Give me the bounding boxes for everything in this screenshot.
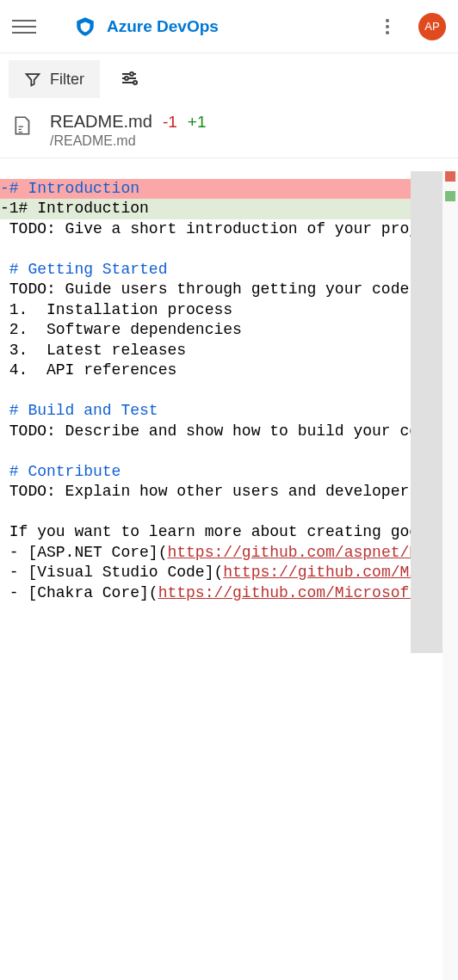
- more-icon[interactable]: [381, 14, 394, 40]
- filter-icon: [24, 71, 41, 88]
- link[interactable]: https://github.com/Microsoft/vscode): [223, 564, 411, 581]
- link[interactable]: https://github.com/aspnet/Home): [167, 544, 411, 561]
- link[interactable]: https://github.com/Microsoft/ChakraCore): [158, 584, 411, 601]
- toolbar: Filter: [0, 53, 458, 105]
- app-header: Azure DevOps AP: [0, 0, 458, 53]
- minimap-added-marker: [445, 191, 455, 201]
- brand[interactable]: Azure DevOps: [74, 15, 219, 38]
- avatar[interactable]: AP: [418, 13, 446, 40]
- brand-label: Azure DevOps: [107, 17, 219, 36]
- svg-point-0: [130, 72, 133, 76]
- minimap[interactable]: [443, 171, 458, 980]
- file-header: README.md -1 +1 /README.md: [0, 105, 458, 158]
- diff-view[interactable]: -# Introduction-1# Introduction TODO: Gi…: [0, 158, 411, 624]
- scrollbar-thumb[interactable]: [411, 171, 443, 653]
- menu-icon[interactable]: [12, 15, 36, 39]
- diff-file-icon: [12, 114, 34, 138]
- diff-removed-line: -# Introduction: [0, 179, 411, 200]
- settings-button[interactable]: [112, 61, 146, 98]
- diff-added-line: -1# Introduction: [0, 199, 411, 219]
- azure-logo-icon: [74, 15, 96, 38]
- filter-button[interactable]: Filter: [9, 60, 100, 98]
- minimap-removed-marker: [445, 171, 455, 182]
- file-path: /README.md: [50, 133, 206, 149]
- filter-label: Filter: [50, 71, 84, 89]
- file-name: README.md: [50, 112, 152, 132]
- settings-icon: [119, 68, 139, 89]
- svg-point-2: [133, 81, 137, 84]
- added-count: +1: [188, 113, 207, 132]
- svg-point-1: [125, 77, 128, 80]
- removed-count: -1: [163, 113, 177, 132]
